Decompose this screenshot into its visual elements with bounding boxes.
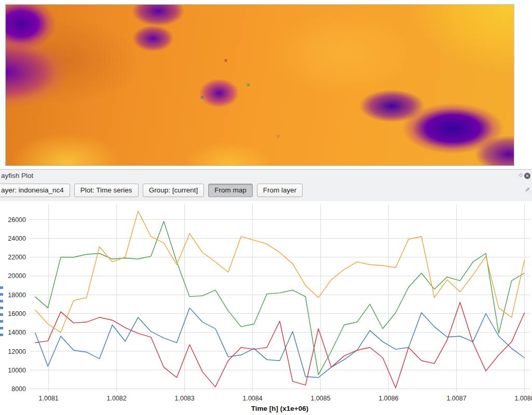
y-tick-label: 14000 bbox=[8, 329, 26, 336]
y-axis-label-clipped bbox=[0, 286, 3, 340]
map-marker-orange: × bbox=[276, 134, 280, 139]
toolbar-button-from-map[interactable]: From map bbox=[208, 184, 253, 197]
x-tick-label: 1.0088 bbox=[514, 395, 532, 402]
y-tick-label: 18000 bbox=[8, 292, 26, 299]
x-tick-label: 1.0086 bbox=[378, 395, 398, 402]
y-tick-label: 12000 bbox=[8, 348, 26, 355]
y-tick-label: 16000 bbox=[8, 310, 26, 317]
toolbar-button-plot[interactable]: Plot: Time series bbox=[74, 184, 139, 197]
close-x-glyph: × bbox=[526, 174, 528, 178]
map-canvas[interactable]: ×××× bbox=[5, 4, 514, 166]
map-marker-red: × bbox=[224, 58, 228, 63]
x-tick-label: 1.0084 bbox=[242, 395, 262, 402]
y-tick-label: 26000 bbox=[8, 216, 26, 224]
series-red bbox=[35, 302, 525, 388]
close-icon[interactable]: × bbox=[524, 173, 530, 179]
map-marker-green: × bbox=[246, 82, 250, 88]
y-tick-label: 10000 bbox=[8, 367, 26, 374]
chart-area: 1.00811.00821.00831.00841.00851.00861.00… bbox=[0, 201, 532, 415]
toolbar-button-from-layer[interactable]: From layer bbox=[257, 184, 303, 197]
toolbar: ✎ ayer: indonesia_nc4Plot: Time seriesGr… bbox=[0, 182, 532, 201]
plot-settings-icon[interactable]: ✎ bbox=[524, 187, 530, 192]
y-tick-label: 8000 bbox=[11, 385, 26, 393]
y-tick-label: 20000 bbox=[8, 272, 26, 280]
timeseries-chart[interactable]: 1.00811.00821.00831.00841.00851.00861.00… bbox=[0, 201, 532, 415]
x-tick-label: 1.0087 bbox=[446, 395, 466, 402]
panel-title: ayfish Plot bbox=[1, 170, 33, 182]
x-tick-label: 1.0083 bbox=[175, 395, 195, 402]
toolbar-button-layer[interactable]: ayer: indonesia_nc4 bbox=[0, 184, 70, 197]
x-tick-label: 1.0082 bbox=[107, 395, 127, 402]
map-marker-blue: × bbox=[200, 95, 204, 100]
series-blue bbox=[35, 308, 525, 378]
y-tick-label: 22000 bbox=[8, 254, 26, 261]
y-tick-label: 24000 bbox=[8, 235, 26, 242]
x-axis-title: Time [h] (x1e+06) bbox=[251, 405, 308, 412]
series-orange bbox=[35, 211, 525, 333]
toolbar-button-group[interactable]: Group: [current] bbox=[143, 184, 204, 197]
series-green bbox=[35, 222, 525, 375]
x-tick-label: 1.0081 bbox=[39, 395, 59, 402]
x-tick-label: 1.0085 bbox=[310, 395, 330, 402]
panel-header: ayfish Plot ◇ × bbox=[0, 169, 532, 182]
float-panel-icon[interactable]: ◇ bbox=[519, 173, 523, 177]
